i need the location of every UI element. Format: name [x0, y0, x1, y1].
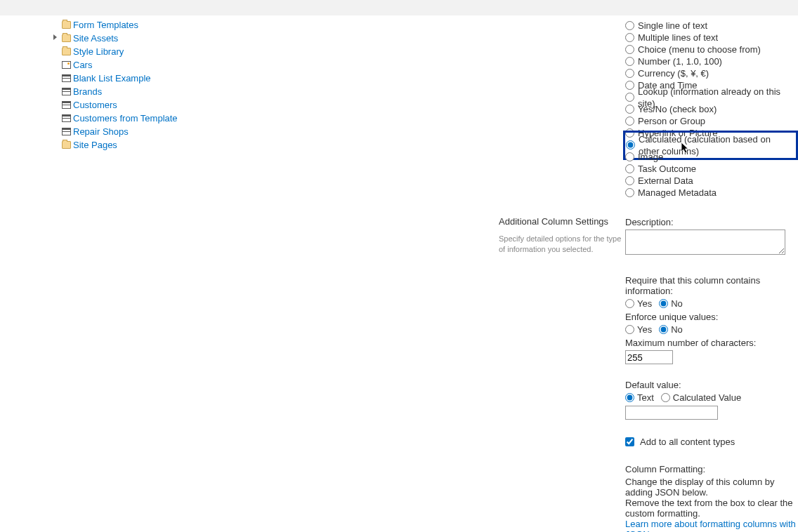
additional-settings-desc: Specify detailed options for the type of… — [499, 234, 622, 255]
column-type-label: Multiple lines of text — [638, 32, 718, 44]
column-type-option[interactable]: Lookup (information already on this site… — [625, 91, 798, 103]
default-value-input[interactable] — [625, 406, 718, 420]
sidebar-item-label: Blank List Example — [73, 72, 151, 85]
column-type-option[interactable]: Image — [625, 151, 798, 163]
enforce-label: Enforce unique values: — [625, 312, 798, 322]
list-icon — [62, 101, 71, 109]
sidebar-item-label: Site Pages — [73, 138, 117, 152]
column-type-option[interactable]: Person or Group — [625, 115, 798, 127]
column-type-option[interactable]: Yes/No (check box) — [625, 103, 798, 115]
sidebar-item-style-library[interactable]: Style Library — [14, 45, 211, 58]
column-formatting-desc1: Change the display of this column by add… — [625, 477, 798, 498]
sidebar: Form TemplatesSite AssetsStyle LibraryCa… — [0, 15, 211, 532]
column-type-radio[interactable] — [626, 140, 635, 149]
folder-icon — [62, 21, 71, 29]
list-icon — [62, 128, 71, 135]
column-type-option[interactable]: Number (1, 1.0, 100) — [625, 55, 798, 67]
default-text-option[interactable]: Text — [625, 392, 654, 403]
column-type-label: Yes/No (check box) — [638, 103, 717, 115]
column-type-option[interactable]: Choice (menu to choose from) — [625, 44, 798, 55]
column-type-radio[interactable] — [625, 69, 634, 78]
column-type-label: Task Outcome — [638, 163, 696, 175]
settings-right-column: Single line of textMultiple lines of tex… — [625, 15, 798, 532]
list-icon — [62, 74, 71, 82]
column-type-radio[interactable] — [625, 57, 634, 66]
add-all-content-types-label: Add to all content types — [640, 437, 735, 447]
require-no-radio[interactable] — [659, 299, 668, 308]
enforce-no-option[interactable]: No — [659, 324, 683, 335]
column-type-option[interactable]: Task Outcome — [625, 163, 798, 175]
add-all-content-types-checkbox[interactable] — [625, 437, 634, 446]
sidebar-item-brands[interactable]: Brands — [14, 85, 211, 98]
column-type-label: Choice (menu to choose from) — [638, 44, 761, 55]
sidebar-item-label: Customers — [73, 98, 117, 112]
sidebar-item-form-templates[interactable]: Form Templates — [14, 18, 211, 32]
column-type-radio[interactable] — [625, 105, 634, 114]
column-type-label: Image — [638, 151, 663, 163]
sidebar-item-blank-list-example[interactable]: Blank List Example — [14, 72, 211, 85]
column-type-radio[interactable] — [625, 93, 634, 102]
require-no-option[interactable]: No — [659, 298, 683, 309]
enforce-yes-option[interactable]: Yes — [625, 324, 652, 335]
sidebar-item-customers[interactable]: Customers — [14, 98, 211, 112]
sidebar-item-label: Brands — [73, 85, 102, 98]
folder-icon — [62, 141, 71, 149]
enforce-yes-radio[interactable] — [625, 325, 634, 334]
column-type-radio[interactable] — [625, 117, 634, 126]
default-value-radio-group: Text Calculated Value — [625, 392, 798, 403]
column-type-radio[interactable] — [625, 164, 634, 173]
max-chars-label: Maximum number of characters: — [625, 338, 798, 348]
column-type-option[interactable]: Single line of text — [625, 20, 798, 32]
enforce-no-radio[interactable] — [659, 325, 668, 334]
sidebar-item-customers-from-template[interactable]: Customers from Template — [14, 112, 211, 125]
require-yes-option[interactable]: Yes — [625, 298, 652, 309]
sidebar-item-label: Form Templates — [73, 18, 138, 32]
column-type-option[interactable]: Calculated (calculation based on other c… — [625, 139, 798, 151]
sidebar-item-label: Style Library — [73, 45, 124, 58]
column-type-label: Single line of text — [638, 20, 707, 32]
column-type-radio[interactable] — [625, 33, 634, 42]
list-icon — [62, 88, 71, 95]
folder-icon — [62, 34, 71, 42]
additional-settings-heading: Additional Column Settings — [499, 216, 622, 227]
sidebar-item-repair-shops[interactable]: Repair Shops — [14, 125, 211, 138]
top-bar — [0, 0, 798, 15]
description-label: Description: — [625, 217, 798, 227]
sidebar-item-cars[interactable]: Cars — [14, 58, 211, 72]
sidebar-item-label: Customers from Template — [73, 112, 178, 125]
column-formatting-heading: Column Formatting: — [625, 464, 798, 474]
column-type-option[interactable]: Currency ($, ¥, €) — [625, 67, 798, 79]
require-radio-group: Yes No — [625, 298, 798, 309]
require-yes-radio[interactable] — [625, 299, 634, 308]
main-content: Additional Column Settings Specify detai… — [211, 15, 798, 532]
column-type-option[interactable]: Managed Metadata — [625, 187, 798, 199]
max-chars-input[interactable] — [625, 350, 673, 364]
description-input[interactable] — [625, 230, 785, 255]
column-type-radio[interactable] — [625, 152, 634, 161]
column-type-radio[interactable] — [625, 81, 634, 90]
sidebar-item-label: Repair Shops — [73, 125, 129, 138]
image-icon — [62, 61, 71, 69]
column-formatting-desc2: Remove the text from the box to clear th… — [625, 498, 798, 519]
column-type-radio[interactable] — [625, 21, 634, 30]
require-label: Require that this column contains inform… — [625, 275, 798, 296]
default-calc-option[interactable]: Calculated Value — [661, 392, 741, 403]
sidebar-item-label: Site Assets — [73, 32, 118, 45]
sidebar-item-site-pages[interactable]: Site Pages — [14, 138, 211, 152]
column-type-option[interactable]: External Data — [625, 175, 798, 187]
default-calc-radio[interactable] — [661, 393, 670, 402]
expand-caret-icon[interactable] — [53, 34, 57, 40]
default-value-label: Default value: — [625, 380, 798, 390]
column-type-label: Number (1, 1.0, 100) — [638, 55, 722, 67]
column-formatting-learn-more-link[interactable]: Learn more about formatting columns with… — [625, 519, 798, 532]
add-all-content-types-row: Add to all content types — [625, 437, 798, 447]
default-text-radio[interactable] — [625, 393, 634, 402]
column-type-radio[interactable] — [625, 188, 634, 197]
sidebar-item-site-assets[interactable]: Site Assets — [14, 32, 211, 45]
enforce-radio-group: Yes No — [625, 324, 798, 335]
list-icon — [62, 114, 71, 122]
column-type-option[interactable]: Multiple lines of text — [625, 32, 798, 44]
column-type-radio[interactable] — [625, 176, 634, 185]
column-type-radio[interactable] — [625, 45, 634, 54]
folder-icon — [62, 48, 71, 55]
